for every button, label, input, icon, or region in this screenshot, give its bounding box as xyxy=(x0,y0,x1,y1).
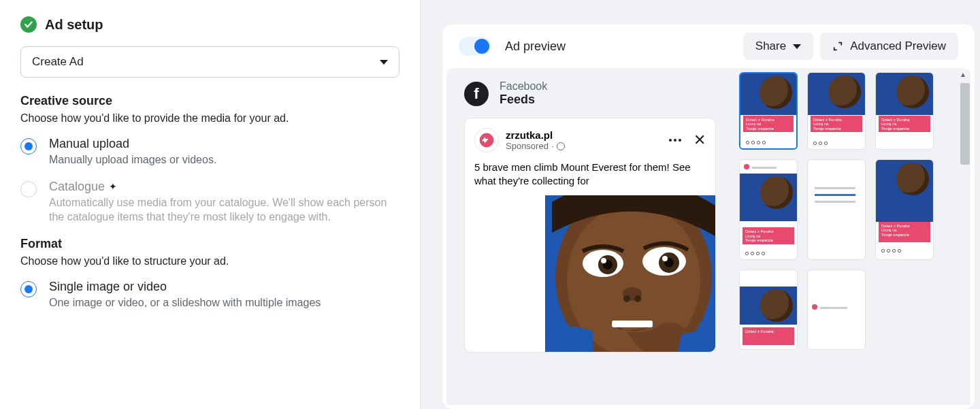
check-icon xyxy=(20,16,37,33)
create-ad-dropdown-label: Create Ad xyxy=(32,55,84,69)
placement-thumb[interactable] xyxy=(807,159,866,260)
scroll-up-icon: ▴ xyxy=(961,69,965,79)
platform-indicator: f Facebook Feeds xyxy=(464,80,727,107)
more-icon[interactable] xyxy=(669,139,681,142)
ad-setup-panel: Ad setup Create Ad Creative source Choos… xyxy=(0,0,421,409)
chevron-down-icon xyxy=(793,44,801,49)
placement-thumb[interactable]: Dzieci z FurahaLiczą naTwoje wsparcie xyxy=(875,72,934,150)
svg-rect-15 xyxy=(612,321,653,327)
main-preview-area: f Facebook Feeds zrzutka.pl xyxy=(446,68,727,405)
single-image-title: Single image or video xyxy=(49,280,399,294)
brand-avatar-icon xyxy=(474,128,499,152)
creative-source-helper: Choose how you'd like to provide the med… xyxy=(20,112,399,125)
post-text: 5 brave men climb Mount Everest for them… xyxy=(465,158,715,195)
sparkle-icon: ✦ xyxy=(109,181,117,192)
svg-point-13 xyxy=(623,295,630,302)
ad-setup-title: Ad setup xyxy=(45,17,103,33)
svg-point-11 xyxy=(662,256,668,261)
svg-point-8 xyxy=(601,258,606,263)
chevron-down-icon xyxy=(380,60,388,65)
share-button[interactable]: Share xyxy=(743,33,813,60)
facebook-icon: f xyxy=(464,82,489,106)
globe-icon xyxy=(557,142,565,150)
create-ad-dropdown[interactable]: Create Ad xyxy=(20,46,399,78)
brand-name: zrzutka.pl xyxy=(506,129,565,141)
radio-selected-icon xyxy=(20,281,37,297)
radio-unselected-icon xyxy=(20,181,37,197)
ad-post-preview: zrzutka.pl Sponsored · ✕ 5 brave men cli… xyxy=(464,118,716,353)
catalogue-desc: Automatically use media from your catalo… xyxy=(49,195,399,225)
placement-thumb[interactable]: Dzieci z FurahaLiczą naTwoje wsparcie xyxy=(875,159,934,260)
ad-preview-panel: Ad preview Share Advanced Preview f Face… xyxy=(437,0,980,409)
placement-thumb[interactable]: Dzieci z FurahaLiczą naTwoje wsparcie xyxy=(807,72,866,150)
toggle-knob-icon xyxy=(474,39,489,54)
post-image xyxy=(465,195,715,352)
ad-preview-card: Ad preview Share Advanced Preview f Face… xyxy=(442,24,975,409)
placement-thumb[interactable]: Dzieci z Furaha xyxy=(739,269,798,350)
ad-setup-header: Ad setup xyxy=(20,16,399,33)
share-button-label: Share xyxy=(755,39,786,53)
ad-preview-title: Ad preview xyxy=(505,39,736,54)
creative-source-section: Creative source Choose how you'd like to… xyxy=(20,94,399,225)
single-image-desc: One image or video, or a slideshow with … xyxy=(49,295,399,310)
scroll-thumb[interactable] xyxy=(960,83,970,165)
svg-point-14 xyxy=(634,295,641,302)
preview-toggle[interactable] xyxy=(459,37,491,56)
catalogue-title: Catalogue ✦ xyxy=(49,180,399,194)
manual-upload-option[interactable]: Manual upload Manually upload images or … xyxy=(20,137,399,167)
thumbnails-scrollbar[interactable]: ▴ xyxy=(958,68,970,405)
format-section: Format Choose how you'd like to structur… xyxy=(20,237,399,310)
single-image-option[interactable]: Single image or video One image or video… xyxy=(20,280,399,310)
catalogue-option[interactable]: Catalogue ✦ Automatically use media from… xyxy=(20,180,399,225)
creative-source-heading: Creative source xyxy=(20,94,399,108)
post-header: zrzutka.pl Sponsored · ✕ xyxy=(465,118,715,158)
ad-preview-body: f Facebook Feeds zrzutka.pl xyxy=(446,68,970,405)
panel-divider xyxy=(421,0,437,409)
platform-surface: Feeds xyxy=(500,93,547,107)
placement-thumb[interactable]: Dzieci z FurahaLiczą naTwoje wsparcie xyxy=(739,72,798,150)
placement-thumbnails: Dzieci z FurahaLiczą naTwoje wsparcie Dz… xyxy=(727,68,958,405)
manual-upload-title: Manual upload xyxy=(49,137,399,151)
format-helper: Choose how you'd like to structure your … xyxy=(20,255,399,267)
expand-icon xyxy=(832,41,843,52)
advanced-preview-button[interactable]: Advanced Preview xyxy=(820,33,958,60)
close-icon[interactable]: ✕ xyxy=(693,133,706,148)
platform-name: Facebook xyxy=(500,80,547,93)
radio-selected-icon xyxy=(20,138,37,154)
placement-thumb[interactable]: Dzieci z FurahaLiczą naTwoje wsparcie xyxy=(739,159,798,260)
manual-upload-desc: Manually upload images or videos. xyxy=(49,152,399,167)
format-heading: Format xyxy=(20,237,399,251)
ad-preview-header: Ad preview Share Advanced Preview xyxy=(442,24,975,68)
sponsored-label: Sponsored · xyxy=(506,141,565,151)
placement-thumb[interactable] xyxy=(807,269,866,350)
advanced-preview-label: Advanced Preview xyxy=(850,39,946,53)
